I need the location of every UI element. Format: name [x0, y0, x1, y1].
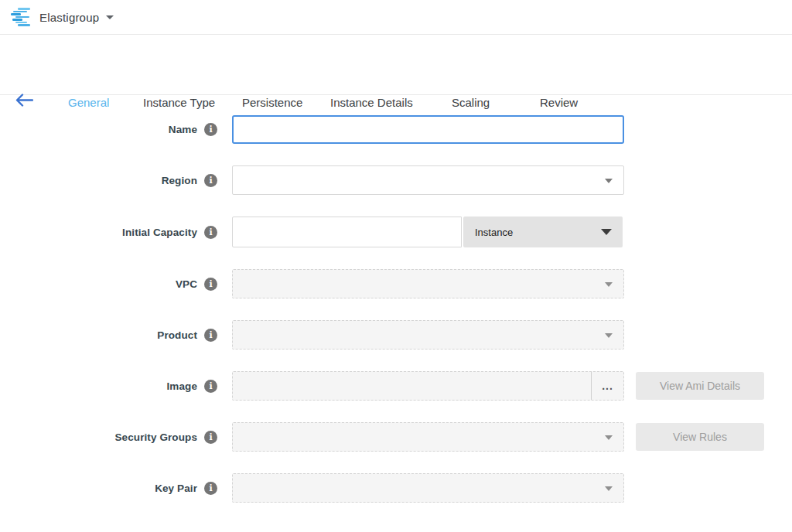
vpc-caret-icon: [605, 282, 613, 287]
key-pair-label: Key Pair: [155, 483, 197, 494]
capacity-unit-caret-icon: [601, 229, 612, 235]
key-pair-info-icon[interactable]: i: [204, 482, 217, 495]
top-bar: Elastigroup: [0, 0, 792, 35]
key-pair-select: [232, 473, 624, 503]
tab-instance-type[interactable]: Instance Type: [143, 96, 215, 109]
region-select[interactable]: [232, 165, 624, 195]
tab-review[interactable]: Review: [540, 96, 578, 109]
view-rules-button[interactable]: View Rules: [636, 423, 764, 451]
capacity-unit-select[interactable]: Instance: [463, 217, 623, 247]
name-info-icon[interactable]: i: [204, 123, 217, 136]
name-row: Name i: [0, 115, 792, 144]
product-label: Product: [157, 329, 197, 341]
product-switcher-caret-icon[interactable]: [106, 15, 114, 19]
region-row: Region i: [0, 165, 792, 195]
security-groups-select: [232, 422, 624, 452]
initial-capacity-input[interactable]: [232, 217, 462, 247]
image-info-icon[interactable]: i: [204, 380, 217, 393]
security-groups-row: Security Groups i View Rules: [0, 422, 792, 452]
region-info-icon[interactable]: i: [204, 174, 217, 187]
image-input: ...: [232, 371, 624, 401]
vpc-select: [232, 269, 624, 298]
name-input[interactable]: [232, 115, 624, 144]
image-label: Image: [166, 380, 197, 392]
product-info-icon[interactable]: i: [204, 329, 217, 342]
tab-persistence[interactable]: Persistence: [242, 96, 302, 109]
back-arrow-icon[interactable]: [15, 94, 33, 110]
general-settings-form: Name i Region i Initial Capacity i Inst: [0, 95, 792, 503]
product-row: Product i: [0, 320, 792, 350]
initial-capacity-info-icon[interactable]: i: [204, 226, 217, 239]
vpc-label: VPC: [176, 278, 197, 290]
key-pair-caret-icon: [605, 486, 613, 491]
elastigroup-logo-icon: [11, 8, 31, 26]
vpc-info-icon[interactable]: i: [204, 278, 217, 291]
region-label: Region: [162, 175, 197, 186]
region-caret-icon: [605, 179, 613, 183]
wizard-tab-bar: General Instance Type Persistence Instan…: [0, 35, 792, 95]
key-pair-row: Key Pair i: [0, 473, 792, 503]
view-ami-details-button[interactable]: View Ami Details: [636, 372, 764, 400]
initial-capacity-label: Initial Capacity: [122, 227, 197, 238]
security-groups-caret-icon: [605, 435, 613, 440]
tab-scaling[interactable]: Scaling: [452, 96, 490, 109]
product-caret-icon: [605, 333, 613, 338]
product-select: [232, 320, 624, 350]
image-input-value: [233, 372, 591, 400]
tab-instance-details[interactable]: Instance Details: [330, 96, 413, 109]
tab-general[interactable]: General: [68, 96, 109, 109]
vpc-row: VPC i: [0, 269, 792, 298]
image-browse-button[interactable]: ...: [591, 372, 623, 400]
capacity-unit-value: Instance: [475, 227, 513, 238]
initial-capacity-row: Initial Capacity i Instance: [0, 217, 792, 247]
security-groups-info-icon[interactable]: i: [204, 431, 217, 444]
security-groups-label: Security Groups: [114, 431, 197, 443]
name-label: Name: [169, 124, 197, 135]
image-row: Image i ... View Ami Details: [0, 371, 792, 401]
product-switcher-title[interactable]: Elastigroup: [39, 11, 99, 24]
